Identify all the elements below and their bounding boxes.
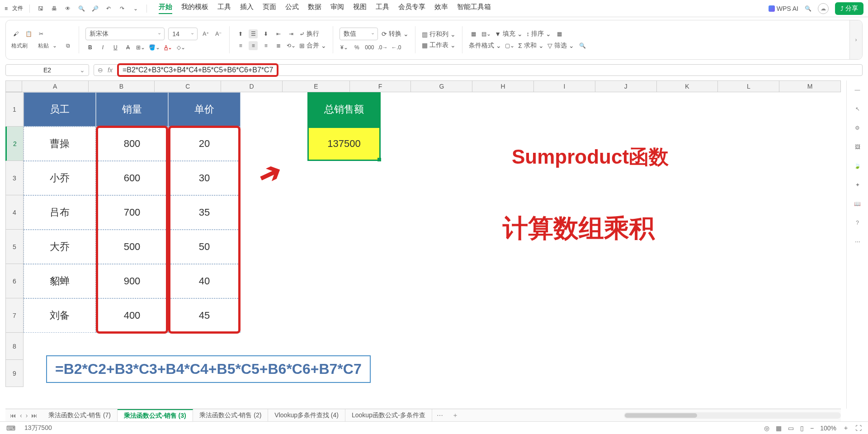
view-mode-icon[interactable]: ◎ <box>764 425 769 432</box>
tab-效率[interactable]: 效率 <box>434 3 448 14</box>
row-header-6[interactable]: 6 <box>5 264 24 298</box>
horizontal-scrollbar[interactable] <box>624 412 841 419</box>
book-icon[interactable]: 📖 <box>854 201 861 207</box>
align-bottom-icon[interactable]: ⬇ <box>261 29 270 38</box>
cell-A3[interactable]: 小乔 <box>24 161 96 195</box>
underline-icon[interactable]: U <box>111 43 120 52</box>
cancel-formula-icon[interactable]: ⊖ <box>98 66 103 74</box>
settings-icon[interactable]: ⚙ <box>855 125 860 131</box>
col-header-C[interactable]: C <box>155 80 221 92</box>
cell-A7[interactable]: 刘备 <box>24 298 96 333</box>
tab-页面[interactable]: 页面 <box>263 3 276 14</box>
number-format-select[interactable]: 数值 <box>340 28 378 40</box>
tab-公式[interactable]: 公式 <box>285 3 299 14</box>
cell-E1[interactable]: 总销售额 <box>307 92 381 127</box>
cell-B3[interactable]: 600 <box>96 161 168 195</box>
col-header-K[interactable]: K <box>657 80 718 92</box>
fill-color-icon[interactable]: 🪣⌄ <box>149 43 160 52</box>
minimize-sidepanel-icon[interactable]: — <box>855 87 860 93</box>
col-header-B[interactable]: B <box>89 80 155 92</box>
cell-B5[interactable]: 500 <box>96 230 168 264</box>
tab-插入[interactable]: 插入 <box>240 3 254 14</box>
row-header-8[interactable]: 8 <box>5 333 24 360</box>
row-header-5[interactable]: 5 <box>5 230 24 264</box>
ribbon-expand-icon[interactable]: › <box>849 20 862 59</box>
search-icon[interactable]: 🔍 <box>805 5 811 12</box>
sum-button[interactable]: Σ 求和⌄ <box>518 42 544 50</box>
cell-B6[interactable]: 900 <box>96 264 168 298</box>
dropdown-icon[interactable]: ⌄ <box>131 5 140 12</box>
wps-ai-button[interactable]: WPS AI <box>769 5 798 12</box>
row-header-4[interactable]: 4 <box>5 195 24 230</box>
align-left-icon[interactable]: ≡ <box>236 41 245 50</box>
select-all-corner[interactable] <box>5 80 22 92</box>
zoom-in-icon[interactable]: ＋ <box>843 424 849 432</box>
wrap-text-button[interactable]: ⤶ 换行 <box>299 30 319 38</box>
clear-format-icon[interactable]: ◇⌄ <box>176 43 185 52</box>
cell-A2[interactable]: 曹操 <box>24 127 96 161</box>
fill-button[interactable]: ▼ 填充⌄ <box>495 30 523 38</box>
cut-icon[interactable]: ✂ <box>37 29 46 38</box>
more-sidepanel-icon[interactable]: ⋯ <box>855 239 860 245</box>
fx-icon[interactable]: fx <box>108 66 113 74</box>
col-header-E[interactable]: E <box>283 80 350 92</box>
sheet-list-icon[interactable]: ⋯ <box>432 412 448 419</box>
percent-icon[interactable]: % <box>352 43 361 52</box>
find-icon[interactable]: 🔍 <box>578 41 587 50</box>
sheet-tab[interactable]: Lookup函数公式-多条件查 <box>345 409 432 422</box>
cell-E2[interactable]: 137500 <box>307 127 381 161</box>
row-header-9[interactable]: 9 <box>5 360 24 387</box>
help-icon[interactable]: ? <box>856 220 859 226</box>
sparkle-icon[interactable]: ✦ <box>855 182 860 188</box>
tab-审阅[interactable]: 审阅 <box>330 3 344 14</box>
row-col-button[interactable]: ▥ 行和列⌄ <box>422 30 456 38</box>
inc-decimal-icon[interactable]: .0→ <box>377 43 387 52</box>
cell-B7[interactable]: 400 <box>96 298 168 333</box>
sort-button[interactable]: ↕ 排序⌄ <box>526 30 551 38</box>
sheet-last-icon[interactable]: ⏭ <box>31 412 38 419</box>
cell-A4[interactable]: 吕布 <box>24 195 96 230</box>
dec-decimal-icon[interactable]: ←.0 <box>391 43 401 52</box>
cell-style-icon[interactable]: ▦ <box>469 29 478 38</box>
strikethrough-icon[interactable]: A̶ <box>123 43 132 52</box>
indent-dec-icon[interactable]: ⇤ <box>274 29 283 38</box>
redo-icon[interactable]: ↷ <box>118 5 127 12</box>
border-icon[interactable]: ⊞⌄ <box>136 43 145 52</box>
format-painter-icon[interactable]: 🖌 <box>11 29 20 38</box>
font-size-select[interactable]: 14 <box>168 28 198 40</box>
align-middle-icon[interactable]: ☰ <box>249 29 258 38</box>
col-header-M[interactable]: M <box>779 80 841 92</box>
filter-button[interactable]: ▽ 筛选⌄ <box>547 42 574 50</box>
tab-会员专享[interactable]: 会员专享 <box>398 3 425 14</box>
tab-工具[interactable]: 工具 <box>376 3 389 14</box>
format-table-icon[interactable]: ▢⌄ <box>505 41 514 50</box>
sheet-tab[interactable]: Vlookup多条件查找 (4) <box>268 409 345 422</box>
cursor-icon[interactable]: ↖ <box>855 106 860 112</box>
more-icon[interactable]: ▦ <box>555 29 564 38</box>
cell-A1[interactable]: 员工 <box>24 92 96 127</box>
cell-C3[interactable]: 30 <box>168 161 241 195</box>
zoom-out-icon[interactable]: − <box>810 425 814 432</box>
font-name-select[interactable]: 新宋体 <box>85 28 165 40</box>
col-header-G[interactable]: G <box>411 80 472 92</box>
cell-A6[interactable]: 貂蝉 <box>24 264 96 298</box>
cloud-icon[interactable]: ☁ <box>818 3 829 14</box>
undo-icon[interactable]: ↶ <box>104 5 113 12</box>
row-header-3[interactable]: 3 <box>5 161 24 195</box>
cell-C7[interactable]: 45 <box>168 298 241 333</box>
format-painter-label[interactable]: 格式刷 <box>11 42 28 50</box>
currency-icon[interactable]: ¥⌄ <box>340 43 349 52</box>
cell-B4[interactable]: 700 <box>96 195 168 230</box>
row-header-1[interactable]: 1 <box>5 92 24 127</box>
grid-view-icon[interactable]: ▦ <box>776 425 782 432</box>
align-top-icon[interactable]: ⬆ <box>236 29 245 38</box>
paste-label[interactable]: 粘贴 <box>38 42 49 50</box>
image-icon[interactable]: 🖼 <box>855 144 860 150</box>
col-header-I[interactable]: I <box>534 80 595 92</box>
cond-format-button[interactable]: 条件格式⌄ <box>469 42 501 50</box>
increase-font-icon[interactable]: A⁺ <box>201 29 210 38</box>
row-header-7[interactable]: 7 <box>5 298 24 333</box>
tab-视图[interactable]: 视图 <box>353 3 367 14</box>
search-doc-icon[interactable]: 🔍 <box>77 5 86 12</box>
col-header-A[interactable]: A <box>22 80 89 92</box>
